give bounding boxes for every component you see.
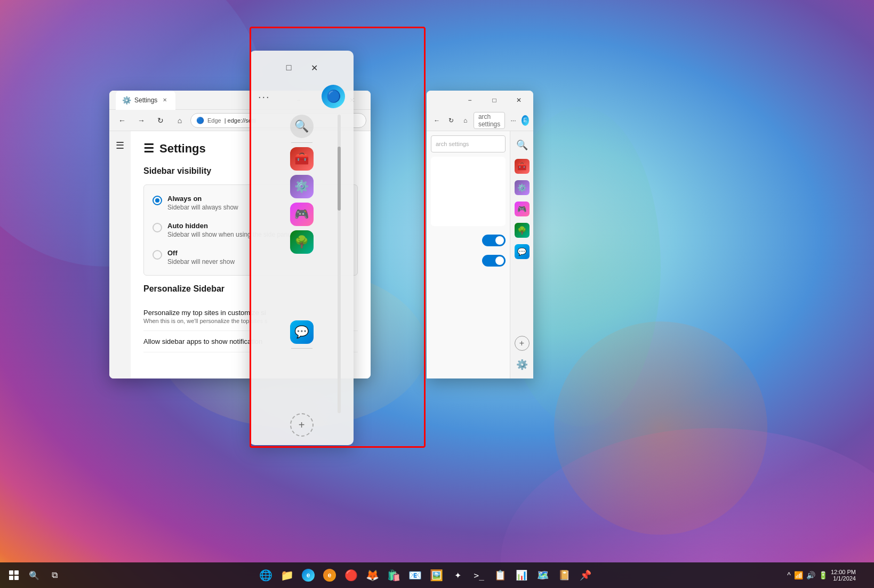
taskbar: 🔍 ⧉ 🌐 📁 e e 🔴 🦊 🛍️ 📧 🖼️ ✦ >_ 📋 📊 🗺️ 📔 📌 … [0, 562, 874, 588]
radio-off-content: Off Sidebar will never show [167, 249, 235, 265]
right-minimize-button[interactable]: − [458, 92, 482, 109]
sidebar-toolbox-item[interactable]: 🧰 [288, 145, 316, 173]
right-close-button[interactable]: ✕ [507, 92, 531, 109]
settings-title-text: Settings [159, 142, 206, 156]
right-sidebar-games[interactable]: 🎮 [512, 199, 532, 219]
content-card-1 [431, 157, 506, 226]
edge-apps-icon: ⚙️ [290, 175, 314, 198]
settings-nav: ☰ [109, 131, 131, 378]
taskbar-extra[interactable]: 📌 [576, 566, 595, 585]
clock-date: 1/1/2024 [833, 575, 856, 582]
add-icon: + [299, 419, 305, 431]
search-taskbar-button[interactable]: 🔍 [25, 566, 44, 585]
right-search-placeholder: arch settings [478, 113, 500, 128]
right-maximize-button[interactable]: □ [482, 92, 507, 109]
tab-close-button[interactable]: ✕ [161, 96, 169, 104]
right-refresh-button[interactable]: ↻ [445, 112, 458, 129]
task-view-button[interactable]: ⧉ [45, 566, 64, 585]
tab-label: Settings [134, 96, 157, 104]
toggle-row-1 [431, 230, 506, 251]
taskbar-mail[interactable]: 📧 [405, 566, 424, 585]
right-sidebar-add[interactable]: + [515, 336, 530, 351]
back-button[interactable]: ← [114, 112, 131, 129]
edge-favicon: 🔵 [196, 117, 204, 124]
right-sidebar-search[interactable]: 🔍 [512, 135, 532, 155]
taskbar-firefox[interactable]: 🦊 [363, 566, 382, 585]
taskbar-left: 🔍 ⧉ [0, 566, 68, 585]
tree-icon: 🌳 [290, 230, 314, 254]
right-more-button[interactable]: ··· [507, 112, 519, 129]
toggle-2[interactable] [482, 255, 506, 267]
right-sidebar-skype[interactable]: 💬 [512, 242, 532, 261]
sidebar-search-item[interactable]: 🔍 [288, 112, 316, 140]
radio-always-on-desc: Sidebar will always show [167, 204, 238, 211]
sound-icon[interactable]: 🔊 [806, 571, 815, 579]
sidebar-divider-2 [291, 348, 312, 349]
right-settings-search-input[interactable]: arch settings [431, 135, 506, 152]
right-settings-search-placeholder: arch settings [436, 141, 469, 147]
sidebar-tree-item[interactable]: 🌳 [288, 228, 316, 256]
right-settings-gear[interactable]: ⚙️ [512, 355, 532, 374]
right-sidebar-apps[interactable]: ⚙️ [512, 178, 532, 197]
taskbar-widget[interactable]: ✦ [448, 566, 467, 585]
right-toolbar: ← ↻ ⌂ arch settings ··· E [427, 110, 533, 131]
sidebar-games-item[interactable]: 🎮 [288, 200, 316, 228]
taskbar-chrome[interactable]: 🔴 [341, 566, 360, 585]
taskbar-edge-orange[interactable]: e [320, 566, 339, 585]
sidebar-edgeapps-item[interactable]: ⚙️ [288, 173, 316, 200]
taskbar-maps[interactable]: 🗺️ [533, 566, 552, 585]
skype-icon: 💬 [290, 320, 314, 344]
radio-off-desc: Sidebar will never show [167, 258, 235, 265]
sidebar-more-button[interactable]: ··· [258, 91, 270, 103]
edge-label: Edge [207, 117, 221, 124]
radio-off-label: Off [167, 249, 235, 257]
hamburger-menu[interactable]: ☰ [116, 135, 124, 156]
forward-button[interactable]: → [133, 112, 150, 129]
taskbar-photos[interactable]: 🖼️ [427, 566, 446, 585]
taskbar-notes[interactable]: 📔 [555, 566, 574, 585]
sidebar-skype-item[interactable]: 💬 [288, 318, 316, 346]
right-home-button[interactable]: ⌂ [459, 112, 471, 129]
edge-window-right: − □ ✕ ← ↻ ⌂ arch settings ··· E 🔍 🧰 ⚙️ 🎮 [427, 91, 533, 378]
system-clock[interactable]: 12:00 PM 1/1/2024 [831, 569, 856, 582]
show-hidden-button[interactable]: ^ [787, 571, 791, 579]
clock-time: 12:00 PM [831, 569, 856, 575]
sidebar-close-btn[interactable]: ✕ [306, 59, 323, 76]
sidebar-add-button[interactable]: + [290, 413, 314, 437]
radio-always-on-circle [153, 196, 162, 205]
taskbar-clipboard[interactable]: 📋 [491, 566, 510, 585]
toolbox-icon: 🧰 [290, 147, 314, 171]
sidebar-panel-header: □ ✕ [250, 55, 354, 80]
sidebar-divider-1 [291, 142, 312, 143]
sidebar-options-row: ··· 🔵 [250, 83, 354, 112]
system-tray: ^ 📶 🔊 🔋 12:00 PM 1/1/2024 [783, 569, 874, 582]
edge-logo: 🔵 [322, 85, 345, 108]
refresh-button[interactable]: ↻ [152, 112, 169, 129]
right-content: 🔍 🧰 ⚙️ 🎮 🌳 💬 + ⚙️ [427, 131, 533, 378]
settings-tab[interactable]: ⚙️ Settings ✕ [116, 91, 175, 110]
right-sidebar-icons: 🔍 🧰 ⚙️ 🎮 🌳 💬 + ⚙️ [510, 131, 533, 378]
sidebar-panel: □ ✕ ··· 🔵 🔍 🧰 ⚙️ 🎮 🌳 💬 + [250, 51, 354, 445]
right-sidebar-toolbox[interactable]: 🧰 [512, 157, 532, 176]
tab-favicon: ⚙️ [122, 96, 131, 104]
sidebar-scrollbar[interactable] [338, 115, 341, 413]
right-main-content: arch settings [427, 131, 510, 275]
right-back-button[interactable]: ← [431, 112, 443, 129]
sidebar-minimize-btn[interactable]: □ [280, 59, 298, 76]
taskbar-excel[interactable]: 📊 [512, 566, 531, 585]
right-search-bar[interactable]: arch settings [474, 112, 505, 129]
taskbar-edge[interactable]: 🌐 [256, 566, 275, 585]
taskbar-terminal[interactable]: >_ [469, 566, 488, 585]
taskbar-explorer[interactable]: 📁 [277, 566, 296, 585]
taskbar-store[interactable]: 🛍️ [384, 566, 403, 585]
right-sidebar-tree[interactable]: 🌳 [512, 221, 532, 240]
toggle-row-2 [431, 251, 506, 271]
battery-icon[interactable]: 🔋 [819, 571, 828, 579]
toggle-1[interactable] [482, 235, 506, 246]
network-icon[interactable]: 📶 [794, 571, 803, 579]
home-button[interactable]: ⌂ [171, 112, 188, 129]
right-profile-icon[interactable]: E [522, 115, 529, 126]
taskbar-edge-blue[interactable]: e [299, 566, 318, 585]
show-desktop-button[interactable] [859, 570, 870, 581]
start-button[interactable] [4, 566, 23, 585]
